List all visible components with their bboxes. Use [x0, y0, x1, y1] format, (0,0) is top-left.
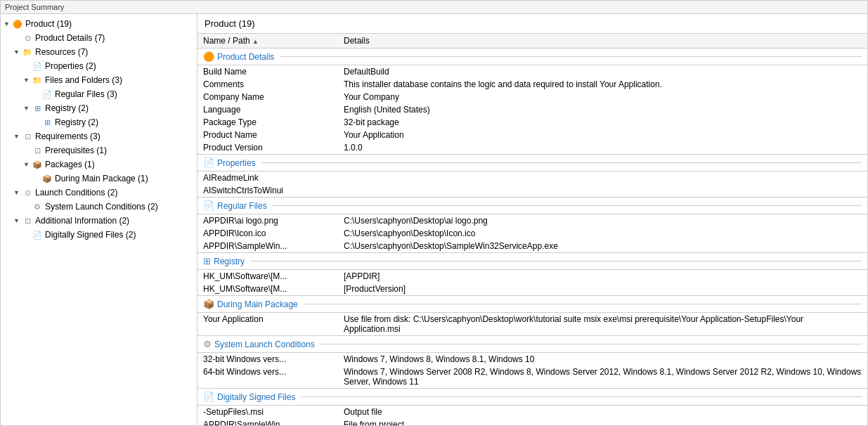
during-main-icon: 📦: [41, 173, 53, 184]
table-row[interactable]: 32-bit Windows vers... Windows 7, Window…: [197, 353, 867, 366]
tree-item-during-main[interactable]: 📦 During Main Package (1): [1, 172, 197, 186]
row-name: Product Name: [197, 129, 338, 141]
tree-label-properties: Properties (2): [45, 61, 96, 71]
section-label-digitally-signed-files: Digitally Signed Files: [217, 392, 295, 402]
tree-label-regular-files: Regular Files (3): [55, 89, 117, 99]
row-name: HK_UM\Software\[M...: [197, 270, 338, 283]
tree-item-prerequisites[interactable]: ⊡ Prerequisites (1): [1, 143, 197, 157]
table-row[interactable]: Product Version 1.0.0: [197, 141, 867, 155]
section-header-properties: 📄 Properties: [197, 155, 867, 172]
expand-arrow-ff[interactable]: ▼: [23, 77, 32, 84]
table-row[interactable]: Company Name Your Company: [197, 91, 867, 103]
table-row[interactable]: HK_UM\Software\[M... [APPDIR]: [197, 270, 867, 283]
tree-item-additional-info[interactable]: ▼ ⊡ Additional Information (2): [1, 214, 197, 228]
table-row[interactable]: -SetupFiles\.msi Output file: [197, 406, 867, 419]
table-row[interactable]: Language English (United States): [197, 103, 867, 116]
section-header-registry: ⊞ Registry: [197, 253, 867, 270]
row-name: Your Application: [197, 313, 338, 336]
table-row[interactable]: Build Name DefaultBuild: [197, 65, 867, 79]
table-row[interactable]: AIReadmeLink: [197, 172, 867, 185]
right-panel: Product (19) Name / Path ▲ Details 🟠: [197, 14, 867, 425]
table-header-row: Name / Path ▲ Details: [197, 34, 867, 49]
expand-arrow-req[interactable]: ▼: [13, 133, 22, 140]
expand-arrow-sl: [23, 203, 32, 210]
tree-item-properties[interactable]: 📄 Properties (2): [1, 59, 197, 73]
tree-item-digitally-signed[interactable]: 📄 Digitally Signed Files (2): [1, 228, 197, 242]
row-name: -SetupFiles\.msi: [197, 406, 338, 419]
tree-label-files-folders: Files and Folders (3): [45, 75, 122, 85]
registry-parent-icon: ⊞: [32, 103, 43, 114]
tree-item-product[interactable]: ▼ 🟠 Product (19): [1, 17, 197, 31]
digitally-signed-icon: 📄: [32, 229, 43, 240]
row-detail: [APPDIR]: [338, 270, 867, 283]
section-header-digitally-signed-files: 📄 Digitally Signed Files: [197, 389, 867, 406]
tree-item-system-launch[interactable]: ⚙ System Launch Conditions (2): [1, 200, 197, 214]
row-detail: English (United States): [338, 103, 867, 116]
product-details-icon: ⊙: [22, 32, 33, 44]
table-row[interactable]: APPDIR\SampleWin... C:\Users\caphyon\Des…: [197, 240, 867, 253]
row-detail: [ProductVersion]: [338, 283, 867, 296]
table-row[interactable]: AISwitchCtrlsToWinui: [197, 184, 867, 198]
tree-label-registry-parent: Registry (2): [45, 103, 89, 113]
row-detail: This installer database contains the log…: [338, 78, 867, 91]
expand-arrow-dm: [33, 175, 41, 182]
table-row[interactable]: 64-bit Windows vers... Windows 7, Window…: [197, 366, 867, 389]
tree-item-product-details[interactable]: ⊙ Product Details (7): [1, 31, 197, 45]
expand-arrow-ai[interactable]: ▼: [13, 217, 22, 224]
tree-item-requirements[interactable]: ▼ ⊡ Requirements (3): [1, 129, 197, 143]
table-row[interactable]: Package Type 32-bit package: [197, 116, 867, 129]
tree-label-during-main: During Main Package (1): [55, 174, 148, 183]
expand-arrow-res[interactable]: ▼: [13, 49, 22, 56]
tree-label-additional-info: Additional Information (2): [35, 216, 129, 226]
additional-info-icon: ⊡: [22, 215, 33, 226]
section-label-system-launch-conditions: System Launch Conditions: [214, 340, 315, 349]
tree-item-registry-parent[interactable]: ▼ ⊞ Registry (2): [1, 101, 197, 115]
expand-arrow-lc[interactable]: ▼: [13, 189, 22, 196]
tree-item-packages[interactable]: ▼ 📦 Packages (1): [1, 157, 197, 172]
row-detail: Output file: [338, 406, 867, 419]
right-title: Product (19): [205, 18, 255, 29]
expand-arrow-ds: [23, 231, 32, 238]
row-detail: File from project: [338, 418, 867, 425]
row-detail: 32-bit package: [338, 116, 867, 129]
requirements-icon: ⊡: [22, 131, 33, 142]
table-row[interactable]: HK_UM\Software\[M... [ProductVersion]: [197, 283, 867, 296]
expand-arrow-product[interactable]: ▼: [4, 20, 12, 27]
section-header-during-main-package: 📦 During Main Package: [197, 296, 867, 313]
tree-item-resources[interactable]: ▼ 📁 Resources (7): [1, 45, 197, 59]
table-row[interactable]: Your Application Use file from disk: C:\…: [197, 313, 867, 336]
regular-files-icon: 📄: [41, 89, 53, 100]
tree-label-digitally-signed: Digitally Signed Files (2): [45, 230, 136, 240]
tree-item-launch-conditions[interactable]: ▼ ⊙ Launch Conditions (2): [1, 186, 197, 200]
row-detail: Your Company: [338, 91, 867, 103]
row-detail: Windows 7, Windows 8, Windows 8.1, Windo…: [338, 353, 867, 366]
expand-arrow-prop: [23, 63, 32, 70]
tree-item-regular-files[interactable]: 📄 Regular Files (3): [1, 87, 197, 101]
row-name: Company Name: [197, 91, 338, 103]
row-name: Product Version: [197, 141, 338, 155]
expand-arrow-prereq: [23, 147, 32, 154]
tree-item-files-folders[interactable]: ▼ 📁 Files and Folders (3): [1, 73, 197, 87]
tree-label-resources: Resources (7): [35, 47, 88, 57]
table-row[interactable]: APPDIR\SampleWin... File from project: [197, 418, 867, 425]
tree-label-requirements: Requirements (3): [35, 131, 101, 141]
tree-item-registry-child[interactable]: ⊞ Registry (2): [1, 115, 197, 129]
tree-label-launch-conditions: Launch Conditions (2): [35, 188, 117, 198]
table-row[interactable]: Product Name Your Application: [197, 129, 867, 141]
table-row[interactable]: Comments This installer database contain…: [197, 78, 867, 91]
system-launch-conditions-icon: ⚙: [203, 339, 212, 349]
section-label-properties: Properties: [217, 158, 256, 168]
row-detail: 1.0.0: [338, 141, 867, 155]
row-detail: [338, 172, 867, 185]
row-name: APPDIR\ai logo.png: [197, 214, 338, 228]
regular-files-icon: 📄: [203, 200, 214, 211]
row-detail: C:\Users\caphyon\Desktop\SampleWin32Serv…: [338, 240, 867, 253]
expand-arrow-pkg[interactable]: ▼: [23, 161, 32, 168]
sort-arrow: ▲: [252, 38, 259, 45]
row-name: APPDIR\SampleWin...: [197, 418, 338, 425]
row-detail: C:\Users\caphyon\Desktop\Icon.ico: [338, 227, 867, 240]
table-row[interactable]: APPDIR\ai logo.png C:\Users\caphyon\Desk…: [197, 214, 867, 228]
expand-arrow-regp[interactable]: ▼: [23, 105, 32, 112]
launch-conditions-icon: ⊙: [22, 187, 33, 198]
table-row[interactable]: APPDIR\Icon.ico C:\Users\caphyon\Desktop…: [197, 227, 867, 240]
